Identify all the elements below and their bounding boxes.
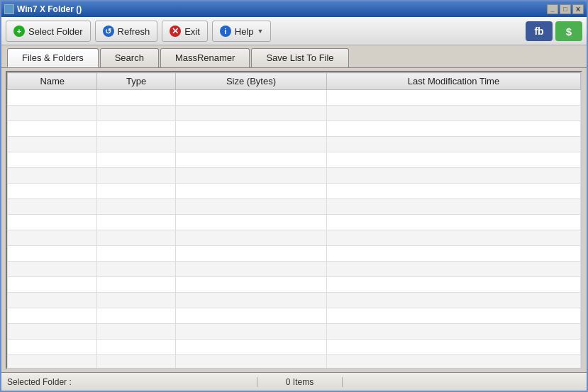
select-folder-label: Select Folder bbox=[28, 26, 83, 37]
file-table-body bbox=[8, 90, 581, 370]
close-button[interactable]: X bbox=[572, 4, 584, 14]
file-table-wrapper[interactable]: Name Type Size (Bytes) Last Modification… bbox=[6, 71, 582, 369]
maximize-button[interactable]: □ bbox=[560, 4, 571, 14]
table-row bbox=[8, 121, 581, 137]
table-row bbox=[8, 152, 581, 168]
facebook-button[interactable]: fb bbox=[526, 21, 553, 41]
select-folder-icon: + bbox=[13, 26, 25, 37]
titlebar-left: Win7 X Folder () bbox=[4, 4, 82, 14]
help-button[interactable]: i Help ▼ bbox=[212, 21, 272, 42]
tabs: Files & Folders Search MassRenamer Save … bbox=[1, 45, 587, 68]
refresh-icon: ↺ bbox=[103, 26, 114, 37]
tab-search-label: Search bbox=[115, 52, 144, 63]
table-row bbox=[8, 199, 581, 215]
minimize-button[interactable]: _ bbox=[547, 4, 558, 14]
column-size: Size (Bytes) bbox=[175, 73, 326, 90]
titlebar-title: Win7 X Folder () bbox=[17, 4, 82, 14]
selected-folder-status: Selected Folder : bbox=[1, 377, 257, 387]
tab-files-folders-label: Files & Folders bbox=[22, 52, 84, 63]
items-count: 0 Items bbox=[286, 377, 314, 387]
app-icon bbox=[4, 4, 14, 14]
tab-mass-renamer[interactable]: MassRenamer bbox=[160, 48, 250, 67]
table-row bbox=[8, 137, 581, 152]
table-header-row: Name Type Size (Bytes) Last Modification… bbox=[8, 73, 581, 90]
help-dropdown-icon: ▼ bbox=[257, 28, 264, 35]
column-type: Type bbox=[97, 73, 176, 90]
column-modified: Last Modification Time bbox=[326, 73, 580, 90]
select-folder-button[interactable]: + Select Folder bbox=[6, 21, 91, 42]
statusbar: Selected Folder : 0 Items bbox=[1, 372, 587, 391]
dollar-label: $ bbox=[566, 26, 572, 38]
tab-files-folders[interactable]: Files & Folders bbox=[7, 48, 99, 67]
facebook-label: fb bbox=[534, 26, 543, 37]
titlebar: Win7 X Folder () _ □ X bbox=[1, 1, 587, 17]
table-row bbox=[8, 277, 581, 293]
table-row bbox=[8, 324, 581, 340]
refresh-button[interactable]: ↺ Refresh bbox=[95, 21, 158, 42]
tab-save-list-label: Save List To File bbox=[266, 52, 333, 63]
exit-icon: ✕ bbox=[170, 26, 181, 37]
exit-button[interactable]: ✕ Exit bbox=[162, 21, 208, 42]
table-row bbox=[8, 340, 581, 355]
help-icon: i bbox=[220, 26, 231, 37]
toolbar: + Select Folder ↺ Refresh ✕ Exit i Help … bbox=[1, 17, 587, 45]
table-row bbox=[8, 308, 581, 324]
tab-mass-renamer-label: MassRenamer bbox=[175, 52, 235, 63]
selected-folder-label: Selected Folder : bbox=[7, 377, 72, 387]
table-row bbox=[8, 355, 581, 370]
table-row bbox=[8, 90, 581, 106]
content-area: Name Type Size (Bytes) Last Modification… bbox=[1, 68, 587, 372]
dollar-button[interactable]: $ bbox=[555, 21, 582, 41]
tab-save-list[interactable]: Save List To File bbox=[251, 48, 348, 67]
table-row bbox=[8, 184, 581, 199]
items-count-status: 0 Items bbox=[257, 377, 343, 387]
refresh-label: Refresh bbox=[118, 26, 150, 37]
column-name: Name bbox=[8, 73, 97, 90]
toolbar-social: fb $ bbox=[526, 21, 582, 41]
titlebar-buttons: _ □ X bbox=[547, 4, 584, 14]
tab-search[interactable]: Search bbox=[100, 48, 159, 67]
table-row bbox=[8, 262, 581, 277]
table-row bbox=[8, 215, 581, 230]
help-label: Help bbox=[235, 26, 254, 37]
file-table: Name Type Size (Bytes) Last Modification… bbox=[7, 72, 581, 369]
table-row bbox=[8, 293, 581, 308]
table-row bbox=[8, 246, 581, 262]
table-row bbox=[8, 106, 581, 121]
table-row bbox=[8, 230, 581, 246]
table-row bbox=[8, 168, 581, 184]
exit-label: Exit bbox=[184, 26, 200, 37]
